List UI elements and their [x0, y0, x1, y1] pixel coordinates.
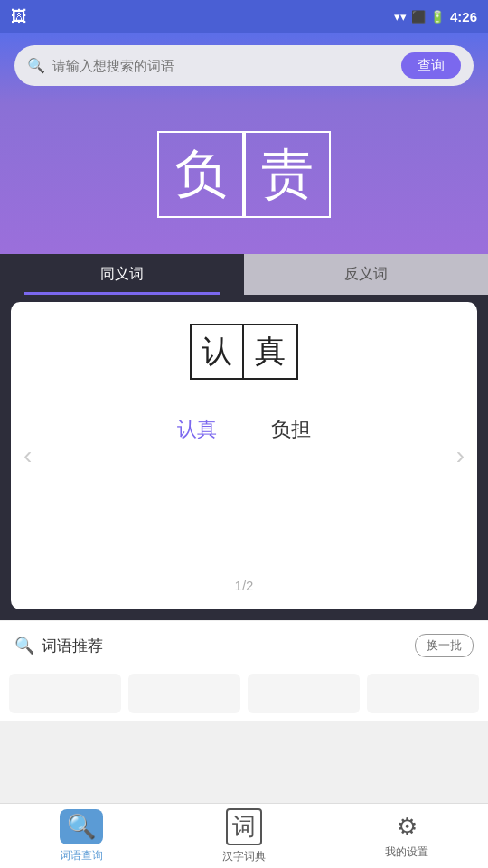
- next-button[interactable]: ›: [447, 432, 474, 479]
- word-card-3[interactable]: [248, 674, 360, 713]
- word-item-2[interactable]: 负担: [271, 416, 311, 443]
- signal-icon: ⬛: [411, 10, 426, 24]
- search-bar: 🔍 查询: [14, 45, 474, 86]
- recommend-icon: 🔍: [14, 636, 34, 656]
- settings-icon-box: ⚙: [397, 813, 418, 841]
- settings-icon: ⚙: [397, 813, 418, 841]
- tabs: 同义词 反义词: [0, 254, 488, 295]
- tab-section: 同义词 反义词: [0, 254, 488, 295]
- word-card-1[interactable]: [9, 674, 121, 713]
- status-bar: 🖼 ▾▾ ⬛ 🔋 4:26: [0, 0, 488, 33]
- recommend-title: 词语推荐: [42, 636, 103, 656]
- synonym-card: ‹ › 认 真 认真 负担 1/2: [11, 302, 477, 609]
- nav-label-char-dict: 汉字词典: [222, 849, 266, 864]
- nav-word-query[interactable]: 🔍 词语查询: [0, 804, 163, 868]
- recommend-section: 🔍 词语推荐 换一批: [0, 620, 488, 666]
- word-card-2[interactable]: [128, 674, 240, 713]
- card-char-2: 真: [244, 326, 296, 378]
- query-button[interactable]: 查询: [401, 52, 461, 79]
- word-query-icon-box: 🔍: [60, 809, 103, 844]
- card-char-1: 认: [192, 326, 244, 378]
- word-card-4[interactable]: [367, 674, 479, 713]
- refresh-button[interactable]: 换一批: [415, 634, 474, 657]
- search-icon: 🔍: [27, 57, 45, 74]
- word-boxes: 负 责: [157, 131, 331, 218]
- recommend-left: 🔍 词语推荐: [14, 636, 103, 656]
- char-dict-icon-box: 词: [226, 808, 262, 845]
- card-area: ‹ › 认 真 认真 负担 1/2: [0, 295, 488, 620]
- tab-synonyms[interactable]: 同义词: [0, 254, 244, 295]
- char-dict-icon: 词: [226, 808, 262, 845]
- word-item-1[interactable]: 认真: [177, 416, 217, 443]
- nav-settings[interactable]: ⚙ 我的设置: [325, 804, 488, 868]
- nav-label-settings: 我的设置: [385, 844, 428, 860]
- search-input[interactable]: [52, 58, 394, 73]
- char-box-2: 责: [244, 131, 331, 218]
- nav-char-dict[interactable]: 词 汉字词典: [163, 804, 325, 868]
- media-icon: 🖼: [11, 7, 27, 26]
- bottom-nav: 🔍 词语查询 词 汉字词典 ⚙ 我的设置: [0, 803, 488, 868]
- char-box-1: 负: [157, 131, 244, 218]
- word-display-area: 负 责: [0, 104, 488, 254]
- wifi-icon: ▾▾: [394, 10, 407, 24]
- header-area: 🔍 查询: [0, 33, 488, 104]
- prev-button[interactable]: ‹: [14, 432, 41, 479]
- status-time: 4:26: [450, 9, 477, 24]
- word-cards-row: [0, 666, 488, 721]
- word-query-icon: 🔍: [67, 813, 96, 841]
- page-indicator: 1/2: [235, 551, 254, 593]
- battery-icon: 🔋: [430, 10, 445, 24]
- tab-antonyms[interactable]: 反义词: [244, 254, 488, 295]
- word-list: 认真 负担: [177, 416, 311, 443]
- nav-label-word-query: 词语查询: [60, 848, 103, 863]
- status-icons: ▾▾ ⬛ 🔋: [394, 10, 445, 24]
- card-word-display: 认 真: [190, 324, 298, 380]
